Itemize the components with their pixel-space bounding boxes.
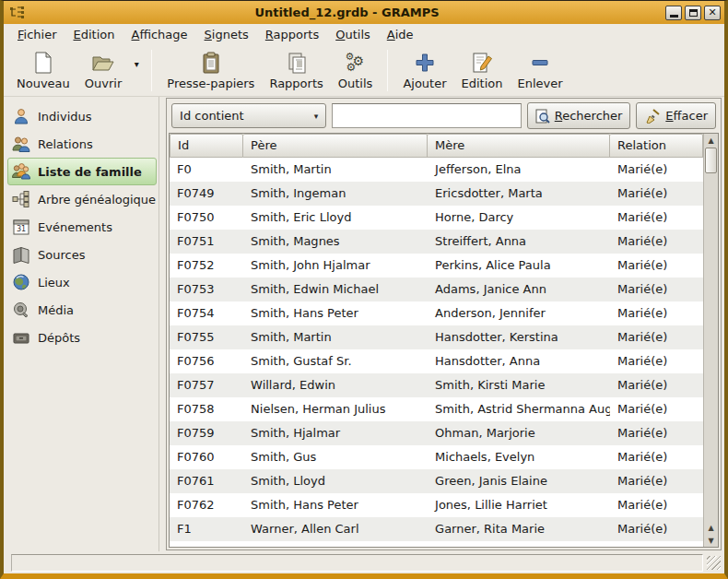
menu-affichage[interactable]: Affichage [123,25,195,45]
table-cell: Smith, Eric Lloyd [243,206,428,230]
filter-bar: Id contient ▾ Rechercher [167,99,721,133]
clipboard-icon [202,52,220,74]
scrollbar-track[interactable] [704,174,718,521]
remove-button[interactable]: Enlever [511,47,570,94]
table-row[interactable]: F0749Smith, IngemanEricsdotter, MartaMar… [170,182,703,206]
reports-icon [286,52,308,74]
table-cell: Adams, Janice Ann [428,278,610,301]
table-row[interactable]: F0756Smith, Gustaf Sr.Hansdotter, AnnaMa… [170,349,703,373]
table-cell: Smith, Gus [243,445,428,469]
table-cell: Ohman, Marjorie [428,421,610,445]
sidebar-item-evenements[interactable]: 31 Evénements [7,213,157,241]
table-cell: Smith, Kirsti Marie [428,373,610,397]
table-row[interactable]: F0759Smith, HjalmarOhman, MarjorieMarié(… [170,421,703,445]
table-cell: Smith, Ingeman [243,182,428,206]
column-header-relation[interactable]: Relation [610,134,703,158]
sidebar-item-liste-de-famille[interactable]: Liste de famille [7,158,157,185]
sidebar-item-media[interactable]: Média [7,296,157,324]
table-row[interactable]: F1Warner, Allen CarlGarner, Rita MarieMa… [170,517,703,541]
table-cell: Marié(e) [610,206,703,230]
arrow-up-icon: ▲ [708,524,713,532]
search-icon [535,109,550,124]
new-button[interactable]: Nouveau [9,47,77,94]
menu-fichier[interactable]: Fichier [9,25,65,45]
open-button[interactable]: Ouvrir [77,47,129,94]
table-row[interactable]: F0761Smith, LloydGreen, Janis ElaineMari… [170,469,703,493]
resize-grip-icon[interactable] [707,556,721,570]
column-header-pere[interactable]: Père [243,134,428,158]
table-row[interactable]: F0751Smith, MagnesStreiffert, AnnaMarié(… [170,230,703,254]
table-cell: Marié(e) [610,493,703,517]
table-row[interactable]: F0754Smith, Hans PeterAnderson, Jennifer… [170,301,703,325]
minus-icon [529,52,551,74]
menu-rapports[interactable]: Rapports [257,25,327,45]
clear-button[interactable]: Effacer [636,102,716,129]
sidebar: Individus Relations [4,97,159,551]
table-cell: Marié(e) [610,397,703,421]
table-cell: Marié(e) [610,325,703,349]
table-cell: Streiffert, Anna [428,230,610,254]
scroll-up-button[interactable]: ▲ [704,134,718,147]
table-row[interactable]: F0762Smith, Hans PeterJones, Lillie Harr… [170,493,703,517]
titlebar[interactable]: Untitled_12.grdb - GRAMPS ✕ [4,1,724,24]
globe-icon [12,273,30,291]
pane-splitter[interactable] [159,97,166,551]
table-row[interactable]: F0753Smith, Edwin MichaelAdams, Janice A… [170,278,703,301]
menubar: Fichier Edition Affichage Signets Rappor… [4,24,724,45]
table-cell: Marié(e) [610,254,703,278]
open-dropdown-button[interactable]: ▾ [129,47,144,94]
table-cell: Smith, Magnes [243,230,428,254]
table-row[interactable]: F0Smith, MartinJefferson, ElnaMarié(e) [170,158,703,182]
table-row[interactable]: F0757Willard, EdwinSmith, Kirsti MarieMa… [170,373,703,397]
scrollbar-thumb[interactable] [705,148,717,173]
filter-field-select[interactable]: Id contient ▾ [171,103,326,128]
vertical-scrollbar[interactable]: ▲ ▲ ▼ [703,134,718,547]
edit-button[interactable]: Edition [454,47,511,94]
table-cell: Horne, Darcy [428,206,610,230]
menu-aide[interactable]: Aide [379,25,422,45]
table-cell: Smith, Gustaf Sr. [243,349,428,373]
column-header-mere[interactable]: Mère [428,134,610,158]
reports-button[interactable]: Rapports [262,47,330,94]
close-button[interactable]: ✕ [704,6,721,20]
menu-edition[interactable]: Edition [65,25,123,45]
scroll-down-button[interactable]: ▼ [704,534,718,547]
table-row[interactable]: F0760Smith, GusMichaels, EvelynMarié(e) [170,445,703,469]
table-cell: Garner, Rita Marie [428,517,610,541]
search-button[interactable]: Rechercher [527,102,631,129]
media-icon [12,301,30,319]
gramps-app-icon [9,6,25,19]
add-button[interactable]: Ajouter [395,47,453,94]
search-input[interactable] [332,103,522,128]
cabinet-icon [12,328,30,347]
clipboard-button[interactable]: Presse-papiers [159,47,262,94]
sidebar-item-depots[interactable]: Dépôts [7,324,157,351]
sidebar-item-sources[interactable]: Sources [7,241,157,268]
table-cell: Marié(e) [610,445,703,469]
table-row[interactable]: F0750Smith, Eric LloydHorne, DarcyMarié(… [170,206,703,230]
scroll-up-button-secondary[interactable]: ▲ [704,521,718,534]
minimize-button[interactable] [665,6,682,20]
maximize-button[interactable] [685,6,701,20]
table-row[interactable]: F0752Smith, John HjalmarPerkins, Alice P… [170,254,703,278]
menu-signets[interactable]: Signets [196,25,257,45]
broom-icon [644,109,661,124]
table-cell: F0758 [170,397,243,421]
arrow-down-icon: ▼ [708,537,713,545]
table-row[interactable]: F0755Smith, MartinHansdotter, KerstinaMa… [170,325,703,349]
table-row[interactable]: F0758Nielsen, Herman JuliusSmith, Astrid… [170,397,703,421]
table-cell: Smith, John Hjalmar [243,254,428,278]
sidebar-item-arbre-genealogique[interactable]: Arbre généalogique [7,185,157,213]
table-cell: F0756 [170,349,243,373]
person-icon [12,107,30,125]
table-cell: Marié(e) [610,517,703,541]
tools-button[interactable]: ⚙ ⚙ ⚙ Outils [331,47,381,94]
sidebar-item-relations[interactable]: Relations [7,130,157,158]
column-header-id[interactable]: Id [170,134,243,158]
table-cell: F0751 [170,230,243,254]
sidebar-item-individus[interactable]: Individus [7,102,157,130]
pedigree-tree-icon [12,190,30,208]
sidebar-item-lieux[interactable]: Lieux [7,268,157,296]
status-message [11,554,703,572]
menu-outils[interactable]: Outils [327,25,379,45]
